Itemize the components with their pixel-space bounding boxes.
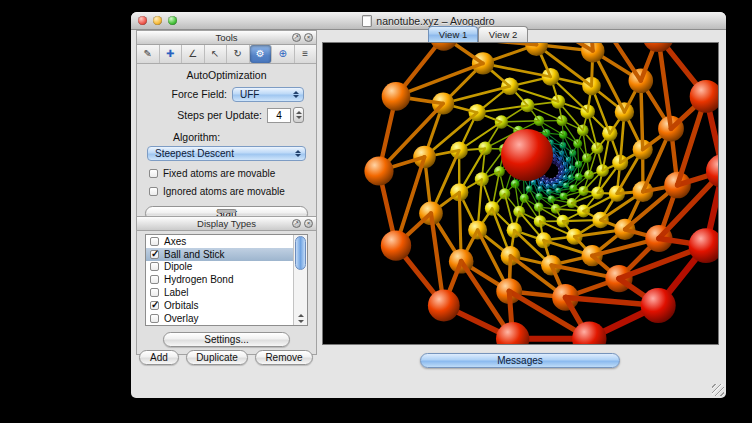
steps-spinbox: 4 [267,107,304,123]
ball-and-stick-checkbox[interactable] [150,250,159,259]
window-title-text: nanotube.xyz – Avogadro [376,15,494,27]
measure-icon: ≡ [302,49,308,59]
manipulate-tool[interactable]: ⊕ [272,45,295,63]
list-item-label: Overlay [164,313,198,324]
popup-arrows-icon [290,88,301,101]
tools-panel: Tools ↗ × ✎ ✚ ∠ ↖ ↻ ⚙ ⊕ ≡ AutoOptimizati… [136,30,317,229]
select-tool[interactable]: ↖ [205,45,228,63]
dipole-checkbox[interactable] [150,262,159,271]
force-field-popup[interactable]: UFF [232,87,304,102]
gear-icon: ⚙ [256,49,265,59]
scrollbar-thumb[interactable] [295,236,306,270]
popup-arrows-icon [292,147,303,160]
overlay-checkbox[interactable] [150,314,159,323]
measure-tool[interactable]: ≡ [295,45,317,63]
float-panel-icon[interactable]: ↗ [292,33,301,42]
list-item-label: Orbitals [164,300,198,311]
window-resize-grip[interactable] [712,384,724,396]
orbitals-checkbox[interactable] [150,301,159,310]
navigate-tool[interactable]: ✚ [160,45,183,63]
axes-checkbox[interactable] [150,237,159,246]
list-scrollbar[interactable] [293,235,307,325]
tab-view-2[interactable]: View 2 [478,26,528,42]
scrollbar-arrows-icon[interactable] [294,314,307,323]
display-types-header[interactable]: Display Types ↗ × [137,217,316,231]
add-button[interactable]: Add [139,350,179,365]
algorithm-popup[interactable]: Steepest Descent [147,146,306,161]
panel-splitter-handle[interactable] [217,209,236,213]
ignored-atoms-checkbox-row[interactable]: Ignored atoms are movable [149,186,316,197]
list-item-label: Label [164,287,188,298]
list-item-label: Dipole [164,261,192,272]
list-item-label: Axes [164,236,186,247]
navigate-icon: ✚ [166,49,174,59]
pencil-icon: ✎ [144,49,152,59]
list-item-overlay[interactable]: Overlay [146,312,294,325]
list-item-label: Hydrogen Bond [164,274,234,285]
list-item-label-type[interactable]: Label [146,286,294,299]
autooptimize-tool[interactable]: ⚙ [250,45,273,63]
ignored-atoms-checkbox[interactable] [149,187,158,196]
remove-button[interactable]: Remove [255,350,313,365]
hydrogen-bond-checkbox[interactable] [150,275,159,284]
list-item-hydrogen-bond[interactable]: Hydrogen Bond [146,273,294,286]
force-field-label: Force Field: [172,88,227,100]
algorithm-value: Steepest Descent [155,148,234,159]
bond-centric-tool[interactable]: ∠ [182,45,205,63]
rotate-icon: ↻ [234,49,242,59]
avogadro-window: nanotube.xyz – Avogadro Tools ↗ × ✎ ✚ ∠ … [131,12,726,398]
bond-icon: ∠ [188,49,197,59]
list-item-ball-and-stick[interactable]: Ball and Stick [146,248,294,261]
ignored-atoms-label: Ignored atoms are movable [163,186,285,197]
fixed-atoms-checkbox[interactable] [149,169,158,178]
close-panel-icon[interactable]: × [304,219,313,228]
tools-panel-header[interactable]: Tools ↗ × [137,31,316,45]
gl-viewport[interactable] [322,42,719,345]
draw-tool[interactable]: ✎ [137,45,160,63]
nanotube-render [323,43,718,344]
active-tool-title: AutoOptimization [137,69,316,81]
float-panel-icon[interactable]: ↗ [292,219,301,228]
list-item-dipole[interactable]: Dipole [146,261,294,274]
display-type-actions: Add Duplicate Remove [139,350,320,365]
fixed-atoms-checkbox-row[interactable]: Fixed atoms are movable [149,168,316,179]
tool-selection-toolbar: ✎ ✚ ∠ ↖ ↻ ⚙ ⊕ ≡ [137,45,316,64]
messages-button[interactable]: Messages [420,353,620,368]
steps-value-field[interactable]: 4 [267,108,291,123]
display-types-panel: Display Types ↗ × Axes Ball and Stick [136,216,317,355]
settings-button[interactable]: Settings... [163,332,290,347]
document-proxy-icon[interactable] [362,15,372,27]
force-field-value: UFF [240,89,259,100]
display-types-list: Axes Ball and Stick Dipole Hydrogen Bond [145,234,308,326]
duplicate-button[interactable]: Duplicate [186,350,248,365]
list-item-axes[interactable]: Axes [146,235,294,248]
list-item-label: Ball and Stick [164,249,225,260]
view-tabbar: View 1 View 2 [322,26,719,42]
tab-view-1[interactable]: View 1 [428,26,478,42]
label-checkbox[interactable] [150,288,159,297]
rotate-tool[interactable]: ↻ [227,45,250,63]
desktop-background: nanotube.xyz – Avogadro Tools ↗ × ✎ ✚ ∠ … [0,0,752,423]
cursor-icon: ↖ [211,49,219,59]
steps-stepper[interactable] [293,107,304,123]
steps-label: Steps per Update: [177,109,262,121]
tools-panel-title: Tools [215,32,237,43]
algorithm-label: Algorithm: [173,131,316,143]
manipulate-icon: ⊕ [279,49,287,59]
fixed-atoms-label: Fixed atoms are movable [163,168,275,179]
close-panel-icon[interactable]: × [304,33,313,42]
display-types-title: Display Types [197,218,256,229]
list-item-orbitals[interactable]: Orbitals [146,299,294,312]
